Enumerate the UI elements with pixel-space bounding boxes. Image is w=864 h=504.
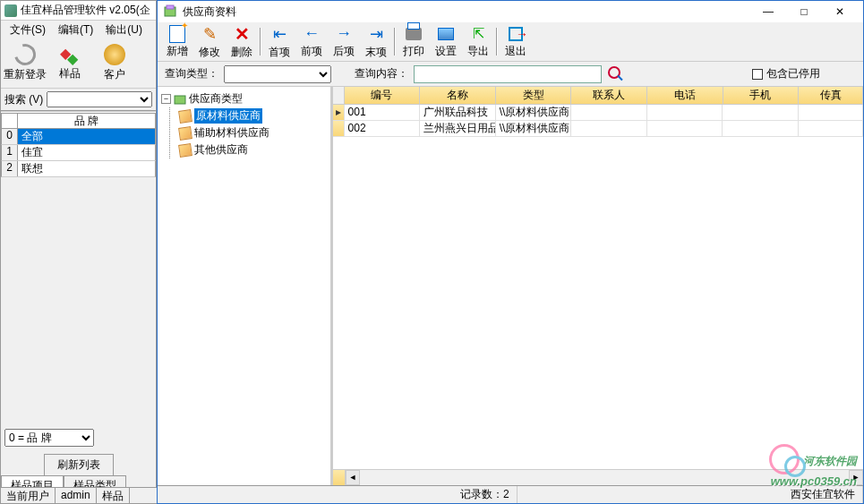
close-button[interactable]: ✕ xyxy=(822,1,858,22)
cell-type: \\原材料供应商 xyxy=(496,105,572,121)
toolbar-separator xyxy=(496,28,498,56)
last-button[interactable]: ⇥末项 xyxy=(360,24,392,59)
tree-item-label: 原材料供应商 xyxy=(194,108,262,124)
export-label: 导出 xyxy=(467,44,489,59)
leaf-icon xyxy=(178,109,192,124)
relogin-button[interactable]: 重新登录 xyxy=(3,40,47,86)
brand-row-index: 1 xyxy=(2,145,18,160)
svg-rect-1 xyxy=(167,5,174,9)
brand-row-name: 佳宜 xyxy=(18,145,155,160)
grid-header-name[interactable]: 名称 xyxy=(420,87,496,105)
delete-button[interactable]: ✕删除 xyxy=(226,24,258,59)
cell-contact xyxy=(571,121,647,137)
cell-name: 兰州燕兴日用品 xyxy=(420,121,496,137)
settings-label: 设置 xyxy=(435,44,457,59)
search-icon[interactable] xyxy=(607,65,625,83)
brand-row[interactable]: 1佳宜 xyxy=(1,145,156,161)
status-extra: 样品 xyxy=(97,488,130,503)
svg-rect-2 xyxy=(175,96,185,104)
tree-item-aux-material[interactable]: 辅助材料供应商 xyxy=(179,124,327,141)
grid-header-type[interactable]: 类型 xyxy=(496,87,572,105)
settings-button[interactable]: 设置 xyxy=(430,24,462,59)
menu-output[interactable]: 输出(U) xyxy=(100,21,148,39)
grid-header-marker xyxy=(333,87,345,105)
customer-label: 客户 xyxy=(104,67,125,82)
brand-row-index: 0 xyxy=(2,129,18,144)
print-label: 打印 xyxy=(403,44,424,59)
brand-row-name: 全部 xyxy=(18,129,155,144)
print-button[interactable]: 打印 xyxy=(398,24,430,59)
grid-header-contact[interactable]: 联系人 xyxy=(571,87,647,105)
next-button[interactable]: →后项 xyxy=(328,24,360,59)
main-status-bar: 当前用户 admin 样品 xyxy=(1,487,158,503)
minimize-button[interactable]: — xyxy=(750,1,786,22)
table-row[interactable]: ▸ 001 广州联品科技 \\原材料供应商 xyxy=(333,105,863,121)
sample-icon xyxy=(60,45,80,64)
edit-label: 修改 xyxy=(199,45,220,60)
grid-header-id[interactable]: 编号 xyxy=(345,87,421,105)
query-content-label: 查询内容： xyxy=(355,66,408,81)
supplier-window-icon xyxy=(163,4,177,19)
maximize-button[interactable]: □ xyxy=(786,1,822,22)
tree-item-other[interactable]: 其他供应商 xyxy=(179,141,327,158)
first-button[interactable]: ⇤首项 xyxy=(263,24,295,59)
tree-item-label: 辅助材料供应商 xyxy=(194,125,269,141)
supplier-window: 供应商资料 — □ ✕ 新增 ✎修改 ✕删除 ⇤首项 ←前项 →后项 ⇥末项 打… xyxy=(157,0,864,504)
supplier-title: 供应商资料 xyxy=(183,4,236,20)
relogin-label: 重新登录 xyxy=(4,67,47,82)
cell-phone xyxy=(647,121,723,137)
leaf-icon xyxy=(178,126,192,141)
cell-mobile xyxy=(723,121,799,137)
edit-button[interactable]: ✎修改 xyxy=(193,24,226,59)
grid-header-fax[interactable]: 传真 xyxy=(799,87,863,105)
include-disabled-checkbox[interactable] xyxy=(752,69,763,80)
edit-icon: ✎ xyxy=(200,24,219,44)
grid-hscrollbar[interactable]: ◄ ► xyxy=(333,469,863,485)
export-button[interactable]: ⇱导出 xyxy=(462,24,494,59)
menu-edit[interactable]: 编辑(T) xyxy=(53,21,98,39)
filter-select[interactable]: 0 = 品 牌 xyxy=(4,429,94,447)
toolbar-separator xyxy=(260,28,261,56)
cell-type: \\原材料供应商 xyxy=(496,121,572,137)
table-row[interactable]: 002 兰州燕兴日用品 \\原材料供应商 xyxy=(333,121,863,137)
exit-icon xyxy=(509,27,523,41)
menu-file[interactable]: 文件(S) xyxy=(4,21,51,39)
query-content-input[interactable] xyxy=(414,65,602,83)
cell-name: 广州联品科技 xyxy=(420,105,496,121)
scroll-left-icon[interactable]: ◄ xyxy=(346,470,360,485)
supplier-titlebar[interactable]: 供应商资料 — □ ✕ xyxy=(158,1,863,22)
scroll-track[interactable] xyxy=(360,470,849,485)
search-select[interactable] xyxy=(47,91,152,107)
sample-button[interactable]: 样品 xyxy=(47,40,92,86)
query-type-select[interactable] xyxy=(224,65,331,83)
last-icon: ⇥ xyxy=(366,24,386,44)
grid-header-phone[interactable]: 电话 xyxy=(647,87,723,105)
customer-button[interactable]: 客户 xyxy=(92,40,137,86)
refresh-button[interactable]: 刷新列表 xyxy=(44,454,114,476)
include-disabled-wrap[interactable]: 包含已停用 xyxy=(752,66,820,81)
tree-item-label: 其他供应商 xyxy=(194,142,248,158)
tree-item-raw-material[interactable]: 原材料供应商 xyxy=(179,107,327,124)
back-bottom-controls: 0 = 品 牌 刷新列表 xyxy=(4,429,152,480)
prev-icon: ← xyxy=(302,24,321,43)
next-label: 后项 xyxy=(333,44,355,59)
tree-collapse-icon[interactable]: − xyxy=(161,94,171,104)
supplier-grid: 编号 名称 类型 联系人 电话 手机 传真 ▸ 001 广州联品科技 \\原材料… xyxy=(333,87,863,485)
main-title: 佳宜样品管理软件 v2.05(企 xyxy=(21,3,150,18)
search-label: 搜索 (V) xyxy=(4,92,43,107)
leaf-icon xyxy=(178,143,192,158)
status-right: 西安佳宜软件 xyxy=(783,486,863,503)
customer-icon xyxy=(104,44,125,65)
brand-row[interactable]: 0全部 xyxy=(1,129,156,145)
new-button[interactable]: 新增 xyxy=(161,24,193,59)
row-marker: ▸ xyxy=(333,105,345,121)
prev-button[interactable]: ←前项 xyxy=(295,24,328,59)
toolbar-separator xyxy=(394,28,396,56)
tree-root[interactable]: − 供应商类型 xyxy=(161,90,327,107)
exit-button[interactable]: 退出 xyxy=(500,24,532,59)
next-icon: → xyxy=(334,24,354,43)
scroll-right-icon[interactable]: ► xyxy=(849,470,863,485)
brand-row[interactable]: 2联想 xyxy=(1,161,156,177)
relogin-icon xyxy=(11,40,40,70)
grid-header-mobile[interactable]: 手机 xyxy=(723,87,800,105)
